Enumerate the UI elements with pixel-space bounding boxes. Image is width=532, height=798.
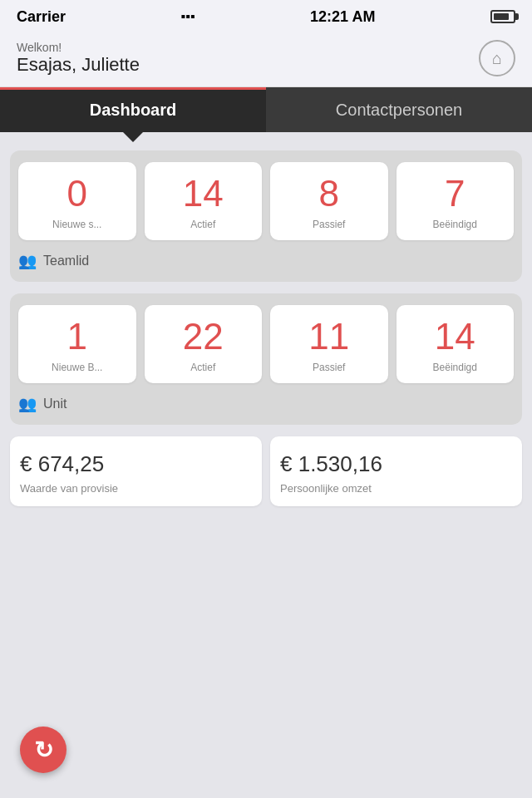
stat-label-beeindigd-2: Beëindigd	[433, 362, 477, 373]
time-label: 12:21 AM	[310, 8, 375, 26]
stat-number-14: 14	[183, 175, 224, 212]
stats-row-unit: 1 Nieuwe B... 22 Actief 11 Passief 14 Be…	[18, 305, 514, 383]
stat-card-passief-1[interactable]: 8 Passief	[270, 162, 388, 240]
omzet-label: Persoonlijke omzet	[280, 482, 512, 495]
stat-label-passief-2: Passief	[313, 362, 345, 373]
section-teamlid: 0 Nieuwe s... 14 Actief 8 Passief 7 Beëi…	[10, 150, 522, 282]
refresh-icon: ↻	[34, 736, 53, 764]
carrier-label: Carrier	[17, 8, 66, 26]
battery-icon	[490, 10, 515, 23]
stat-card-passief-2[interactable]: 11 Passief	[270, 305, 388, 383]
group-label-teamlid: Teamlid	[43, 254, 89, 268]
section-footer-teamlid: 👥 Teamlid	[18, 250, 514, 270]
stat-label-actief-2: Actief	[190, 362, 215, 373]
stat-card-actief-1[interactable]: 14 Actief	[145, 162, 263, 240]
stat-number-8: 8	[319, 175, 339, 212]
tab-contactpersonen-label: Contactpersonen	[336, 101, 462, 120]
bottom-card-omzet[interactable]: € 1.530,16 Persoonlijke omzet	[270, 436, 522, 506]
stat-number-22: 22	[183, 318, 224, 355]
wifi-icon: ▪▪▪	[181, 9, 195, 24]
provisie-amount: € 674,25	[20, 451, 252, 477]
bottom-cards-row: € 674,25 Waarde van provisie € 1.530,16 …	[10, 436, 522, 506]
stat-label-nieuwe-b: Nieuwe B...	[52, 362, 102, 373]
stat-label-beeindigd-1: Beëindigd	[433, 219, 477, 230]
stat-number-1: 1	[67, 318, 87, 355]
refresh-button[interactable]: ↻	[20, 727, 66, 773]
provisie-label: Waarde van provisie	[20, 482, 252, 495]
battery-area	[490, 10, 515, 23]
stat-number-0: 0	[67, 175, 87, 212]
group-icon-teamlid: 👥	[18, 252, 37, 270]
stats-row-teamlid: 0 Nieuwe s... 14 Actief 8 Passief 7 Beëi…	[18, 162, 514, 240]
header-text: Welkom! Esajas, Juliette	[17, 41, 140, 76]
section-footer-unit: 👥 Unit	[18, 393, 514, 413]
bottom-card-provisie[interactable]: € 674,25 Waarde van provisie	[10, 436, 262, 506]
stat-label-nieuwe-s: Nieuwe s...	[52, 219, 101, 230]
user-name: Esajas, Juliette	[17, 54, 140, 76]
main-content: 0 Nieuwe s... 14 Actief 8 Passief 7 Beëi…	[0, 132, 532, 786]
omzet-amount: € 1.530,16	[280, 451, 512, 477]
stat-card-nieuwe-b[interactable]: 1 Nieuwe B...	[18, 305, 136, 383]
stat-label-passief-1: Passief	[313, 219, 345, 230]
stat-card-beeindigd-2[interactable]: 14 Beëindigd	[397, 305, 515, 383]
header: Welkom! Esajas, Juliette ⌂	[0, 33, 532, 87]
stat-label-actief-1: Actief	[190, 219, 215, 230]
group-icon-unit: 👥	[18, 395, 37, 413]
tab-dashboard[interactable]: Dashboard	[0, 87, 266, 132]
welcome-text: Welkom!	[17, 41, 140, 54]
tab-contactpersonen[interactable]: Contactpersonen	[266, 87, 532, 132]
section-unit: 1 Nieuwe B... 22 Actief 11 Passief 14 Be…	[10, 293, 522, 425]
tab-dashboard-label: Dashboard	[90, 101, 176, 120]
stat-number-14-unit: 14	[435, 318, 475, 355]
status-bar: Carrier ▪▪▪ 12:21 AM	[0, 0, 532, 33]
stat-card-beeindigd-1[interactable]: 7 Beëindigd	[397, 162, 515, 240]
stat-card-actief-2[interactable]: 22 Actief	[145, 305, 263, 383]
stat-number-11: 11	[308, 318, 349, 355]
home-button[interactable]: ⌂	[479, 40, 515, 76]
stat-card-nieuwe-s[interactable]: 0 Nieuwe s...	[18, 162, 136, 240]
group-label-unit: Unit	[43, 397, 66, 411]
home-icon: ⌂	[492, 49, 502, 68]
tab-bar: Dashboard Contactpersonen	[0, 87, 532, 132]
stat-number-7: 7	[445, 175, 465, 212]
